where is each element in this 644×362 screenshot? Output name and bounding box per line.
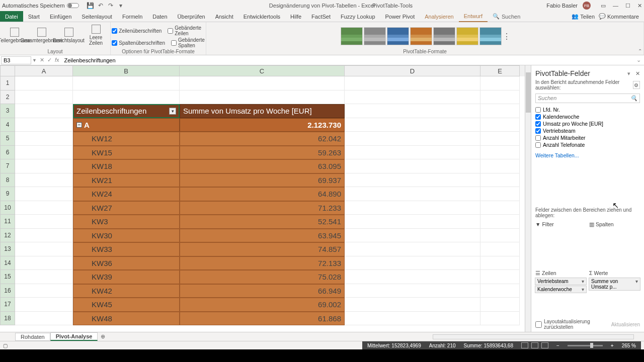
- cell[interactable]: [345, 312, 480, 326]
- formula-input[interactable]: Zeilenbeschriftungen: [62, 57, 633, 64]
- field-anzahl-telefonate[interactable]: Anzahl Telefonate: [535, 141, 640, 148]
- cell[interactable]: [480, 90, 520, 105]
- cell[interactable]: [15, 187, 73, 201]
- cell[interactable]: [73, 76, 180, 90]
- cell[interactable]: [15, 118, 73, 132]
- pivot-row-label[interactable]: KW30: [73, 229, 180, 243]
- cell[interactable]: [180, 76, 345, 90]
- tab-start[interactable]: Start: [23, 12, 45, 22]
- cell[interactable]: [480, 284, 520, 298]
- update-button[interactable]: Aktualisieren: [611, 322, 640, 327]
- cell[interactable]: [345, 118, 480, 132]
- col-headers-check[interactable]: Spaltenüberschriften: [112, 37, 165, 48]
- cell[interactable]: [15, 256, 73, 270]
- cell[interactable]: [480, 201, 520, 215]
- row-header-11[interactable]: 11: [0, 215, 15, 229]
- pivot-row-value[interactable]: 64.890: [180, 187, 345, 201]
- user-avatar[interactable]: FB: [583, 2, 591, 10]
- scroll-thumb[interactable]: [526, 72, 531, 113]
- row-header-12[interactable]: 12: [0, 229, 15, 243]
- pivot-row-value[interactable]: 72.133: [180, 256, 345, 270]
- cell[interactable]: [480, 298, 520, 312]
- cell[interactable]: [180, 90, 345, 105]
- pivot-row-value[interactable]: 69.937: [180, 173, 345, 188]
- collapse-icon[interactable]: −: [76, 122, 82, 128]
- cell[interactable]: [345, 159, 480, 173]
- style-swatch-2[interactable]: [387, 27, 409, 45]
- col-header-A[interactable]: A: [15, 65, 73, 76]
- grandtotals-button[interactable]: Gesamtergebnisse: [29, 23, 54, 47]
- cell[interactable]: [345, 229, 480, 243]
- more-tables-link[interactable]: Weitere Tabellen...: [531, 150, 644, 160]
- cell[interactable]: [480, 76, 520, 90]
- cell[interactable]: [345, 90, 480, 105]
- cell[interactable]: [15, 229, 73, 243]
- tab-powerpivot[interactable]: Power Pivot: [380, 12, 420, 22]
- cell[interactable]: [480, 312, 520, 326]
- cell[interactable]: [345, 173, 480, 188]
- field-search-input[interactable]: Suchen 🔍: [535, 94, 640, 103]
- pivot-row-label[interactable]: KW36: [73, 256, 180, 270]
- row-header-4[interactable]: 4: [0, 118, 15, 132]
- name-box[interactable]: B3: [1, 56, 31, 64]
- pivot-row-label[interactable]: KW45: [73, 298, 180, 312]
- gear-icon[interactable]: ⚙: [633, 81, 640, 89]
- style-swatch-3[interactable]: [410, 27, 432, 45]
- add-sheet-icon[interactable]: ⊕: [98, 333, 108, 340]
- cell[interactable]: [345, 201, 480, 215]
- row-header-13[interactable]: 13: [0, 242, 15, 256]
- defer-layout-check[interactable]: [535, 321, 542, 328]
- maximize-icon[interactable]: ☐: [625, 3, 630, 9]
- fx-icon[interactable]: fx: [55, 57, 59, 63]
- field-pane-options-icon[interactable]: ▾: [627, 70, 630, 77]
- pivot-row-label[interactable]: KW42: [73, 284, 180, 298]
- zoom-in-icon[interactable]: +: [611, 343, 614, 348]
- cell[interactable]: [15, 173, 73, 188]
- pivot-row-label[interactable]: KW39: [73, 270, 180, 284]
- style-swatch-5[interactable]: [456, 27, 478, 45]
- pivot-row-label[interactable]: KW3: [73, 215, 180, 229]
- collapse-ribbon-icon[interactable]: ⌃: [638, 48, 642, 54]
- pivot-row-value[interactable]: 61.868: [180, 312, 345, 326]
- record-macro-icon[interactable]: ▢: [3, 343, 8, 348]
- col-header-D[interactable]: D: [345, 65, 480, 76]
- field-kalenderwoche[interactable]: Kalenderwoche: [535, 113, 640, 120]
- cell[interactable]: [15, 132, 73, 146]
- pivot-group-total[interactable]: 2.123.730: [180, 118, 345, 132]
- chevron-down-icon[interactable]: ▾: [582, 287, 584, 292]
- blankrows-button[interactable]: Leere Zeilen: [84, 23, 109, 47]
- tell-me-search[interactable]: 🔍 Suchen: [493, 13, 520, 20]
- cell[interactable]: [345, 76, 480, 90]
- cell[interactable]: [345, 284, 480, 298]
- worksheet-grid[interactable]: A B C D E 123Zeilenbeschriftungen▾Summe …: [0, 65, 525, 332]
- pivot-row-label[interactable]: KW27: [73, 201, 180, 215]
- tab-analyze[interactable]: Analysieren: [420, 12, 458, 22]
- pivot-row-value[interactable]: 63.095: [180, 159, 345, 173]
- field-pane-close-icon[interactable]: ✕: [635, 70, 640, 77]
- cell[interactable]: [15, 284, 73, 298]
- tab-help[interactable]: Hilfe: [285, 12, 306, 22]
- pivot-row-value[interactable]: 69.002: [180, 298, 345, 312]
- field-vertriebsteam[interactable]: Vertriebsteam: [535, 127, 640, 134]
- cell[interactable]: [480, 159, 520, 173]
- zoom-out-icon[interactable]: −: [556, 343, 559, 348]
- col-header-C[interactable]: C: [180, 65, 345, 76]
- cell[interactable]: [15, 312, 73, 326]
- tab-insert[interactable]: Einfügen: [45, 12, 76, 22]
- cell[interactable]: [15, 90, 73, 105]
- share-button[interactable]: 👥Teilen: [572, 13, 595, 20]
- ribbon-options-icon[interactable]: ▭: [601, 3, 606, 9]
- cell[interactable]: [480, 146, 520, 160]
- cell[interactable]: [345, 104, 480, 118]
- pivot-row-value[interactable]: 75.028: [180, 270, 345, 284]
- cell[interactable]: [15, 104, 73, 118]
- rows-area[interactable]: ☰Zeilen Vertriebsteam▾Kalenderwoche▾: [534, 269, 587, 317]
- style-swatch-4[interactable]: [433, 27, 455, 45]
- tab-file[interactable]: Datei: [0, 11, 23, 22]
- row-header-1[interactable]: 1: [0, 76, 15, 90]
- cell[interactable]: [480, 104, 520, 118]
- cell[interactable]: [15, 242, 73, 256]
- pivot-row-label[interactable]: KW24: [73, 187, 180, 201]
- banded-rows-check[interactable]: Gebänderte Zeilen: [168, 25, 205, 36]
- tab-factset[interactable]: FactSet: [306, 12, 336, 22]
